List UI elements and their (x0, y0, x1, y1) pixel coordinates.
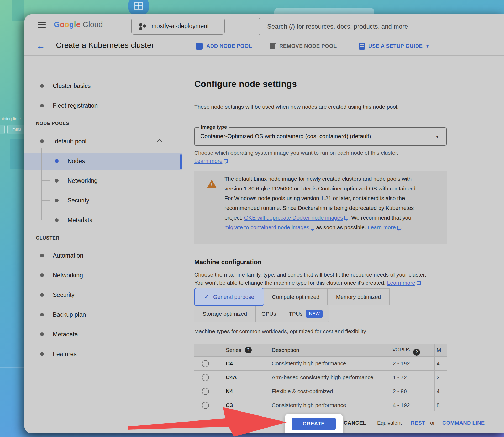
column-vcpus: vCPUs? (388, 346, 434, 353)
background-block (12, 0, 24, 21)
sidebar-item-label: Backup plan (53, 311, 86, 318)
tab-label: TPUs (289, 311, 303, 317)
create-button-spotlight: CREATE (285, 414, 343, 433)
external-link-icon (397, 226, 401, 230)
external-link-icon (417, 281, 421, 285)
sidebar-item-pool-security[interactable]: Security (55, 196, 89, 205)
section-title: Configure node settings (194, 79, 297, 89)
memory-cell: 8 (434, 398, 447, 412)
tab-general-purpose[interactable]: ✓ General purpose (194, 288, 264, 306)
migrate-containerd-link[interactable]: migrate to containerd node images (224, 224, 309, 230)
cluster-section-label: CLUSTER (36, 235, 59, 241)
sidebar-item-label: Nodes (67, 158, 85, 165)
tab-compute-optimized[interactable]: Compute optimized (264, 288, 328, 305)
memory-cell: 4 (434, 384, 447, 398)
background-divider (0, 367, 24, 368)
node-pools-section-label: NODE POOLS (36, 121, 69, 126)
footer-action-bar: CREATE CANCEL Equivalent REST or COMMAND… (24, 411, 504, 433)
use-setup-guide-label: USE A SETUP GUIDE (368, 43, 423, 49)
bullet-icon (40, 139, 44, 143)
background-divider (0, 148, 24, 148)
image-type-value: Container-Optimized OS with containerd (… (200, 133, 371, 140)
sidebar-item-security[interactable]: Security (40, 290, 75, 300)
sidebar-item-label: Networking (53, 272, 83, 279)
table-row-c4a[interactable]: C4A Arm-based consistently high performa… (194, 371, 447, 384)
sidebar-item-pool-metadata[interactable]: Metadata (55, 215, 93, 225)
radio-button[interactable] (202, 374, 209, 381)
tab-storage-optimized[interactable]: Storage optimized (194, 305, 256, 322)
help-icon[interactable]: ? (245, 347, 252, 353)
top-app-bar: GoogleCloud mostly-ai-deployment Search … (24, 14, 504, 35)
description-cell: Consistently high performance (263, 357, 388, 370)
machine-configuration-title: Machine configuration (194, 258, 261, 266)
tree-connector (41, 161, 50, 161)
warning-text: The default Linux node image for newly c… (224, 174, 424, 232)
sidebar-item-label: Security (53, 292, 75, 299)
radio-button[interactable] (202, 402, 209, 409)
use-setup-guide-button[interactable]: USE A SETUP GUIDE ▾ (359, 41, 429, 50)
equivalent-label: Equivalent (377, 419, 402, 426)
background-input-fragment (0, 125, 5, 134)
sidebar-item-nodes[interactable]: Nodes (55, 156, 85, 166)
table-row-c3[interactable]: C3 Consistently high performance 4 - 192… (194, 398, 447, 412)
radio-button[interactable] (202, 360, 209, 367)
project-selector-button[interactable]: mostly-ai-deployment (131, 18, 225, 35)
learn-more-link[interactable]: Learn more (387, 280, 415, 286)
search-input[interactable]: Search (/) for resources, docs, products… (259, 18, 504, 35)
cancel-button[interactable]: CANCEL (344, 419, 366, 426)
sidebar-item-automation[interactable]: Automation (40, 251, 83, 260)
tab-label: Compute optimized (272, 294, 319, 300)
warning-text-part: . We recommend that you (348, 215, 411, 221)
machine-types-caption: Machine types for common workloads, opti… (194, 328, 366, 335)
series-cell: N4 (217, 388, 263, 394)
remove-node-pool-button[interactable]: REMOVE NODE POOL (270, 41, 337, 50)
sidebar-item-cluster-basics[interactable]: Cluster basics (40, 81, 91, 91)
tab-label: General purpose (213, 294, 254, 300)
tab-memory-optimized[interactable]: Memory optimized (327, 288, 390, 305)
bullet-icon-selected (55, 159, 59, 163)
table-row-c4[interactable]: C4 Consistently high performance 2 - 192… (194, 357, 447, 371)
column-series: Series ? (217, 347, 263, 353)
vcpus-cell: 2 - 80 (388, 388, 434, 394)
image-type-label: Image type (199, 124, 229, 130)
create-button[interactable]: CREATE (292, 418, 336, 430)
machine-configuration-description: Choose the machine family, type, and ser… (194, 270, 459, 287)
back-arrow-button[interactable]: ← (35, 40, 46, 51)
project-hexagons-icon (138, 22, 146, 30)
grid-table-icon (134, 2, 143, 10)
description-cell: Arm-based consistently high performance (263, 371, 388, 384)
series-cell: C3 (217, 402, 263, 408)
learn-more-link[interactable]: Learn more (368, 224, 396, 230)
background-block (10, 139, 24, 169)
sidebar-item-label: Fleet registration (53, 102, 98, 109)
series-cell: C4A (217, 374, 263, 381)
help-icon[interactable]: ? (413, 349, 420, 356)
step-navigation: Cluster basics Fleet registration NODE P… (24, 56, 182, 433)
sidebar-item-default-pool[interactable]: default-pool (40, 137, 86, 146)
sidebar-item-label: Networking (67, 177, 98, 184)
learn-more-link[interactable]: Learn more (194, 158, 222, 164)
sidebar-item-backup-plan[interactable]: Backup plan (40, 310, 86, 319)
rest-link[interactable]: REST (411, 419, 425, 426)
image-type-select[interactable]: Image type Container-Optimized OS with c… (194, 127, 447, 146)
add-node-pool-button[interactable]: ADD NODE POOL (196, 41, 252, 50)
sidebar-item-fleet-registration[interactable]: Fleet registration (40, 101, 98, 110)
chevron-up-icon[interactable] (157, 139, 163, 143)
hamburger-menu-icon[interactable] (38, 22, 46, 28)
table-row-n4[interactable]: N4 Flexible & cost-optimized 2 - 80 4 (194, 384, 447, 398)
tab-tpus[interactable]: TPUs NEW (282, 305, 329, 322)
description-cell: Consistently high performance (263, 398, 388, 412)
sidebar-item-features[interactable]: Features (40, 349, 77, 359)
tab-gpus[interactable]: GPUs (255, 305, 282, 322)
vcpus-cell: 2 - 192 (388, 360, 434, 367)
sidebar-item-metadata[interactable]: Metadata (40, 330, 78, 339)
sidebar-item-pool-networking[interactable]: Networking (55, 176, 98, 185)
series-cell: C4 (217, 360, 263, 367)
radio-button[interactable] (202, 388, 209, 395)
helper-text: Choose which operating system image you … (194, 150, 398, 156)
deprecate-docker-link[interactable]: GKE will deprecate Docker node images (244, 215, 343, 221)
bullet-icon (55, 179, 59, 183)
column-memory-clipped: M (434, 344, 447, 356)
command-line-link[interactable]: COMMAND LINE (442, 419, 485, 426)
sidebar-item-networking[interactable]: Networking (40, 270, 83, 280)
